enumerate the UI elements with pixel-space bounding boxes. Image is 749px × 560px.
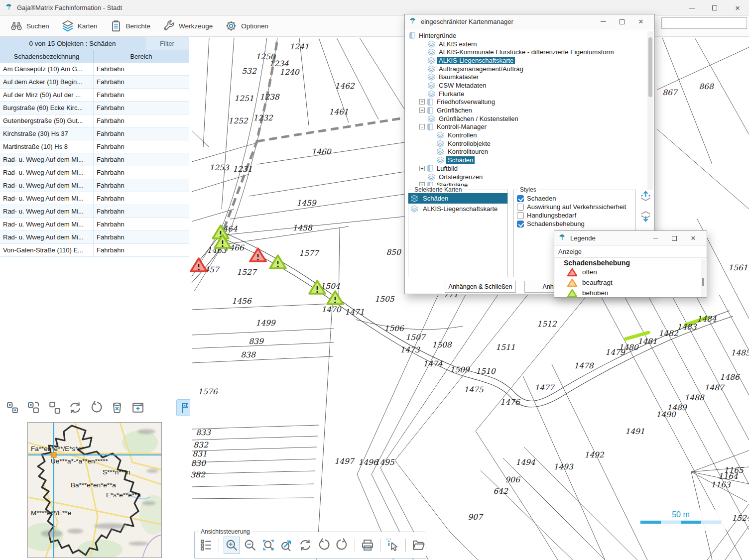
table-row[interactable]: Rad- u. Wweg Auf dem Mi...Fahrbahn <box>0 218 189 231</box>
undo-button[interactable] <box>316 537 331 553</box>
tree-item-alkis-extern[interactable]: ALKIS extern <box>407 40 646 48</box>
checkbox-icon[interactable] <box>517 221 524 227</box>
table-row[interactable]: Am Gänsepütz (10) Am G...Fahrbahn <box>0 63 189 76</box>
redo-button[interactable] <box>335 537 350 553</box>
table-row[interactable]: Auf dem Acker (10) Begin...Fahrbahn <box>0 76 189 89</box>
parcel-label: 1478 <box>574 361 594 370</box>
kartenmanager-titlebar[interactable]: eingeschränkter Kartenmanager ✕ <box>405 14 654 29</box>
zoom-window-button[interactable] <box>261 537 276 553</box>
toolbar-button-karten[interactable]: Karten <box>55 16 104 35</box>
table-row[interactable]: Gutenbergstraße (50) Gut...Fahrbahn <box>0 114 189 127</box>
toolbar-button-berichte[interactable]: Berichte <box>104 16 157 35</box>
column-header-schadensbezeichnung[interactable]: Schadensbezeichnung <box>0 50 94 63</box>
scale-label: 50 m <box>636 510 726 519</box>
table-row[interactable]: Rad- u. Wweg Auf dem Mi...Fahrbahn <box>0 231 189 244</box>
print-button[interactable] <box>360 537 375 553</box>
tree-item-auftragsmanagement-auftrag[interactable]: Auftragsmanagement/Auftrag <box>407 65 646 73</box>
minimize-icon[interactable] <box>646 231 665 246</box>
add-window-button[interactable] <box>129 399 146 416</box>
tree-item-ortsteilgrenzen[interactable]: Ortsteilgrenzen <box>407 173 646 181</box>
zoom-out-button[interactable] <box>243 537 257 553</box>
tree-item-kontrolltouren[interactable]: Kontrolltouren <box>407 148 646 156</box>
close-icon[interactable]: ✕ <box>631 14 650 29</box>
parcel-label: 907 <box>468 513 484 522</box>
parcel-label: 1495 <box>374 458 395 467</box>
style-checkbox-row[interactable]: Handlungsbedarf <box>514 211 635 220</box>
tree-item-alkis-liegenschaftskarte[interactable]: ALKIS-Liegenschaftskarte <box>407 56 646 65</box>
expander-icon[interactable]: - <box>419 124 425 129</box>
legend-item-beauftragt: beauftragt <box>564 277 707 288</box>
table-row[interactable]: Auf der Mirz (50) Auf der ...Fahrbahn <box>0 89 189 102</box>
parcel-label: 1511 <box>496 343 515 352</box>
style-checkbox-row[interactable]: Schaeden <box>514 194 635 203</box>
layer-move-up-button[interactable] <box>639 190 652 205</box>
style-checkbox-row[interactable]: Schadensbehebung <box>514 220 635 228</box>
zoom-in-button[interactable] <box>224 537 239 553</box>
toolbar-button-suchen[interactable]: Suchen <box>4 16 55 35</box>
tree-item-alkis-kommunale-flurstücke-differenzierte-eigentumsform[interactable]: ALKIS-Kommunale Flurstücke - differenzie… <box>407 48 646 56</box>
list-button[interactable] <box>199 537 214 553</box>
undo-button[interactable] <box>88 399 105 416</box>
folder-button[interactable] <box>411 537 426 553</box>
table-row[interactable]: Martinstraße (10) Hs 8Fahrbahn <box>0 140 189 153</box>
tree-item-kontroll-manager[interactable]: -Kontroll-Manager <box>407 123 646 131</box>
style-checkbox-row[interactable]: Auswirkung auf Verkehrssicherheit <box>514 203 635 211</box>
refresh-button[interactable] <box>67 399 84 416</box>
tree-item-flurkarte[interactable]: Flurkarte <box>407 90 646 98</box>
tree-item-kontrollobjekte[interactable]: Kontrollobjekte <box>407 139 646 148</box>
legend-item-behoben: behoben <box>564 288 707 298</box>
selected-map-item[interactable]: Schäden <box>408 193 507 204</box>
attach-close-button[interactable]: Anhängen & Schließen <box>445 281 516 293</box>
table-row[interactable]: Burgstraße (60) Ecke Kirc...Fahrbahn <box>0 102 189 114</box>
identify-button[interactable] <box>385 537 400 553</box>
minimize-icon[interactable] <box>594 14 613 29</box>
layer-move-down-button[interactable] <box>639 210 652 224</box>
expander-icon[interactable]: + <box>419 108 425 113</box>
maximize-icon[interactable] <box>665 231 684 246</box>
table-row[interactable]: Von-Galen-Straße (110) E...Fahrbahn <box>0 244 189 257</box>
column-header-bereich[interactable]: Bereich <box>94 50 189 63</box>
legend-scrollbar[interactable] <box>701 259 706 297</box>
tree-item-hintergründe[interactable]: Hintergründe <box>407 31 646 40</box>
table-row[interactable]: Rad- u. Wweg Auf dem Mi...Fahrbahn <box>0 153 189 166</box>
filter-button[interactable]: Filter <box>145 37 189 50</box>
tree-item-schäden[interactable]: Schäden <box>407 156 646 164</box>
tree-item-csw-metadaten[interactable]: CSW Metadaten <box>407 81 646 90</box>
table-row[interactable]: Rad- u. Wweg Auf dem Mi...Fahrbahn <box>0 192 189 205</box>
tree-item-grünflächen-kostenstellen[interactable]: Grünflächen / Kostenstellen <box>407 114 646 123</box>
checkbox-icon[interactable] <box>517 212 524 219</box>
trash-button[interactable] <box>109 399 125 416</box>
maximize-button[interactable] <box>703 0 726 16</box>
table-row[interactable]: Rad- u. Wweg Auf dem Mi...Fahrbahn <box>0 179 189 192</box>
expander-icon[interactable]: + <box>419 166 425 171</box>
table-row[interactable]: Rad- u. Wweg Auf dem Mi...Fahrbahn <box>0 166 189 179</box>
overview-map[interactable]: Fa**en*e**/E*s*e*Ue***a*-*a**en*****S***… <box>27 422 162 558</box>
toolbar-input[interactable] <box>661 17 747 29</box>
checkbox-icon[interactable] <box>517 195 524 202</box>
toolbar-button-werkzeuge[interactable]: Werkzeuge <box>156 16 219 35</box>
selected-map-item[interactable]: ALKIS-Liegenschaftskarte <box>408 204 507 214</box>
legend-titlebar[interactable]: Legende ✕ <box>554 231 707 246</box>
expander-icon[interactable]: + <box>419 99 425 105</box>
selection-squares-button[interactable] <box>4 399 21 416</box>
zoom-scale-button[interactable] <box>279 537 294 553</box>
tree-item-baumkataster[interactable]: Baumkataster <box>407 73 646 81</box>
maximize-icon[interactable] <box>613 14 631 29</box>
legend-menu-anzeige[interactable]: Anzeige <box>554 246 707 258</box>
minimize-button[interactable] <box>680 0 703 16</box>
tree-item-grünflächen[interactable]: +Grünflächen <box>407 106 646 114</box>
selection-add-button[interactable] <box>25 399 42 416</box>
tree-item-kontrollen[interactable]: Kontrollen <box>407 131 646 139</box>
parcel-label: 1485 <box>731 348 749 357</box>
table-row[interactable]: Rad- u. Wweg Auf dem Mi...Fahrbahn <box>0 205 189 218</box>
tree-item-luftbild[interactable]: +Luftbild <box>407 164 646 173</box>
selection-empty-button[interactable] <box>46 399 63 416</box>
close-button[interactable]: ✕ <box>726 0 749 16</box>
table-row[interactable]: Kirchstraße (30) Hs 37Fahrbahn <box>0 127 189 140</box>
toolbar-button-optionen[interactable]: Optionen <box>219 16 274 35</box>
refresh-button[interactable] <box>298 537 313 553</box>
checkbox-icon[interactable] <box>517 204 524 211</box>
close-icon[interactable]: ✕ <box>684 231 703 246</box>
tree-scrollbar[interactable] <box>647 31 653 190</box>
tree-item-friedhofsverwaltung[interactable]: +Friedhofsverwaltung <box>407 98 646 107</box>
